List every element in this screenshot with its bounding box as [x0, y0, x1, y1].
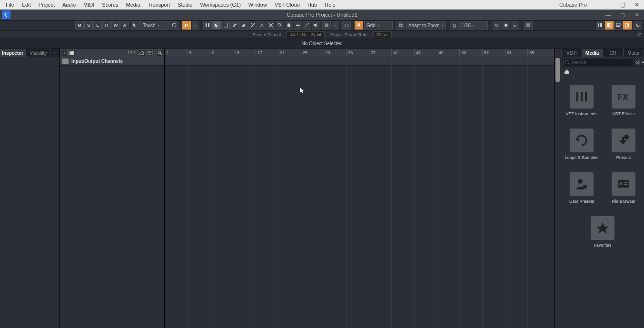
project-maximize-button[interactable]: ▢: [615, 10, 630, 20]
vertical-scrollbar[interactable]: [554, 49, 561, 328]
mute-tool-button[interactable]: [267, 21, 275, 30]
quantize-preset-dropdown[interactable]: 1/16: [459, 21, 488, 30]
grid-type-dropdown[interactable]: Adapt to Zoom: [406, 21, 446, 30]
back-button[interactable]: [2, 10, 10, 19]
menu-workspaces[interactable]: Workspaces (G1): [196, 1, 244, 9]
tab-media[interactable]: Media: [582, 49, 603, 57]
tab-meter[interactable]: Meter: [624, 49, 644, 57]
track-search-button[interactable]: [157, 50, 163, 56]
menu-studio[interactable]: Studio: [174, 1, 196, 9]
record-format-value[interactable]: 44.1 kHz - 24 bit: [287, 31, 325, 38]
minimize-button[interactable]: —: [601, 0, 615, 10]
media-tile-user-presets[interactable]: User Presets: [568, 172, 595, 204]
time-ruler[interactable]: 1591317212529333741454953576165: [165, 49, 554, 57]
tab-cr[interactable]: CR: [603, 49, 624, 57]
menu-window[interactable]: Window: [245, 1, 271, 9]
project-minimize-button[interactable]: —: [601, 10, 615, 20]
auto-scroll-button[interactable]: [170, 21, 178, 30]
combine-tool-button[interactable]: [203, 21, 212, 30]
track-filter-b-button[interactable]: [146, 50, 153, 56]
autoscroll-toggle[interactable]: [182, 21, 191, 30]
show-channel-button[interactable]: [596, 21, 604, 30]
home-icon[interactable]: [564, 69, 570, 75]
automation-mode-icon-button[interactable]: [131, 21, 139, 30]
range-tool-button[interactable]: [221, 21, 230, 30]
media-tile-file-browser[interactable]: File Browser: [610, 172, 637, 204]
color-tool-button[interactable]: [322, 21, 331, 30]
split-tool-button[interactable]: [248, 21, 257, 30]
track-row-io-channels[interactable]: Input/Output Channels: [60, 57, 164, 66]
read-automation-button[interactable]: R: [102, 21, 111, 30]
add-track-button[interactable]: +: [61, 50, 68, 56]
menu-help[interactable]: Help: [321, 1, 339, 9]
visibility-tab[interactable]: Visibility: [26, 49, 51, 57]
snap-type-dropdown[interactable]: Grid: [364, 21, 393, 30]
color-menu-dropdown[interactable]: [332, 21, 338, 30]
show-right-zone-button[interactable]: [623, 21, 632, 30]
play-tool-button[interactable]: [312, 21, 320, 30]
tab-vsti[interactable]: VSTi: [561, 49, 582, 57]
quantize-apply-button[interactable]: Q: [450, 21, 458, 30]
maximize-button[interactable]: ▢: [615, 0, 630, 10]
media-search-input[interactable]: [563, 59, 634, 66]
media-tile-vst-instruments[interactable]: VST Instruments: [568, 85, 595, 116]
nudge-button[interactable]: [342, 21, 351, 30]
nudge-icon: [344, 23, 349, 28]
line-tool-button[interactable]: [303, 21, 311, 30]
scrollbar-thumb[interactable]: [555, 58, 560, 82]
close-button[interactable]: ✕: [630, 0, 644, 10]
autoscroll-settings-dropdown[interactable]: [192, 21, 198, 30]
svg-rect-24: [628, 23, 629, 27]
arrange-view[interactable]: 1591317212529333741454953576165: [165, 49, 554, 328]
inspector-setup-button[interactable]: ≡: [51, 49, 59, 57]
warp-tool-button[interactable]: [294, 21, 302, 30]
write-automation-button[interactable]: W: [111, 21, 120, 30]
show-left-zone-button[interactable]: [605, 21, 614, 30]
media-tile-presets[interactable]: Presets: [610, 129, 637, 160]
menu-scores[interactable]: Scores: [98, 1, 122, 9]
inspector-tab[interactable]: Inspector: [0, 49, 26, 57]
media-tile-favorites[interactable]: Favorites: [589, 216, 616, 248]
quantize-panel-button[interactable]: e: [511, 21, 519, 30]
listen-button[interactable]: L: [93, 21, 102, 30]
menu-media[interactable]: Media: [122, 1, 144, 9]
status-setup-button[interactable]: [637, 32, 642, 37]
comp-tool-button[interactable]: [285, 21, 293, 30]
forbid-icon: [172, 23, 177, 28]
event-color-button[interactable]: [524, 21, 533, 30]
menu-project[interactable]: Project: [35, 1, 59, 9]
draw-tool-button[interactable]: [230, 21, 239, 30]
grid-type-icon[interactable]: [396, 21, 405, 30]
menu-edit[interactable]: Edit: [18, 1, 35, 9]
erase-tool-button[interactable]: [239, 21, 248, 30]
media-tile-vst-effects[interactable]: FXVST Effects: [610, 85, 637, 116]
glue-tool-button[interactable]: [258, 21, 266, 30]
menu-midi[interactable]: MIDI: [79, 1, 98, 9]
selection-tool-button[interactable]: [212, 21, 221, 30]
mute-all-button[interactable]: M: [75, 21, 84, 30]
search-results-list-button[interactable]: ☰: [641, 59, 644, 66]
menu-vst-cloud[interactable]: VST Cloud: [271, 1, 304, 9]
expand-track-button[interactable]: [69, 50, 75, 56]
quantize-open-button[interactable]: [502, 21, 510, 30]
menu-hub[interactable]: Hub: [304, 1, 321, 9]
svg-rect-15: [526, 23, 530, 27]
automation-mode-dropdown[interactable]: Touch: [140, 21, 169, 30]
event-area[interactable]: [165, 57, 554, 328]
media-tile-loops-samples[interactable]: Loops & Samples: [568, 129, 595, 160]
show-lower-zone-button[interactable]: [614, 21, 623, 30]
menu-transport[interactable]: Transport: [144, 1, 174, 9]
menu-file[interactable]: File: [2, 1, 18, 9]
solo-all-button[interactable]: S: [84, 21, 93, 30]
frame-rate-value[interactable]: 30 fps: [373, 31, 392, 38]
setup-toolbar-button[interactable]: [634, 21, 642, 30]
suspend-automation-button[interactable]: A: [120, 21, 129, 30]
menu-audio[interactable]: Audio: [59, 1, 79, 9]
svg-point-40: [619, 182, 622, 185]
zoom-tool-button[interactable]: [276, 21, 284, 30]
project-close-button[interactable]: ✕: [630, 10, 644, 20]
iterative-q-button[interactable]: %: [493, 21, 501, 30]
snap-toggle[interactable]: [355, 21, 363, 30]
clear-search-button[interactable]: ✕: [635, 59, 640, 66]
track-filter-a-button[interactable]: [139, 50, 145, 56]
